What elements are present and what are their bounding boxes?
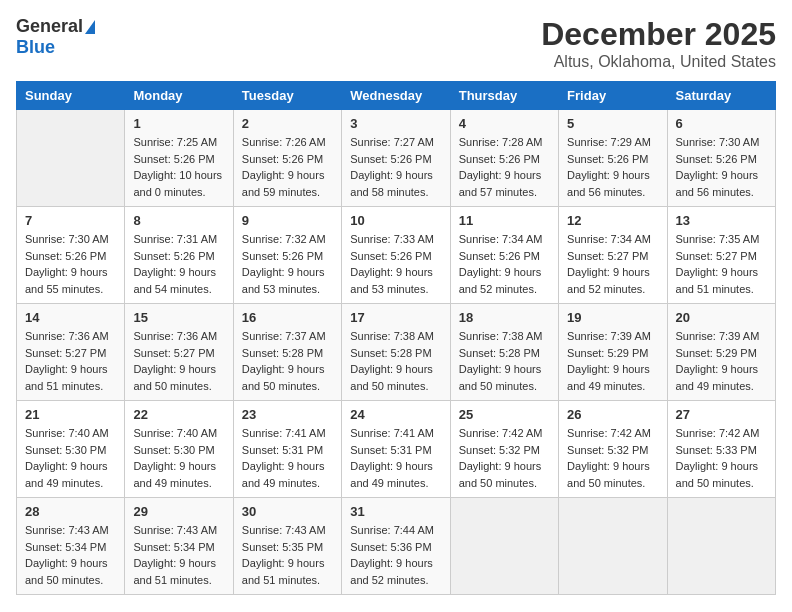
day-number: 20 <box>676 310 767 325</box>
day-number: 19 <box>567 310 658 325</box>
day-number: 28 <box>25 504 116 519</box>
calendar-cell <box>17 110 125 207</box>
day-info: Sunrise: 7:38 AMSunset: 5:28 PMDaylight:… <box>350 328 441 394</box>
calendar-cell: 24Sunrise: 7:41 AMSunset: 5:31 PMDayligh… <box>342 401 450 498</box>
day-info: Sunrise: 7:42 AMSunset: 5:32 PMDaylight:… <box>567 425 658 491</box>
day-number: 26 <box>567 407 658 422</box>
calendar-cell: 11Sunrise: 7:34 AMSunset: 5:26 PMDayligh… <box>450 207 558 304</box>
calendar-cell: 12Sunrise: 7:34 AMSunset: 5:27 PMDayligh… <box>559 207 667 304</box>
calendar-subtitle: Altus, Oklahoma, United States <box>541 53 776 71</box>
day-number: 27 <box>676 407 767 422</box>
day-info: Sunrise: 7:36 AMSunset: 5:27 PMDaylight:… <box>25 328 116 394</box>
calendar-cell: 22Sunrise: 7:40 AMSunset: 5:30 PMDayligh… <box>125 401 233 498</box>
logo: General Blue <box>16 16 95 58</box>
day-number: 6 <box>676 116 767 131</box>
day-number: 25 <box>459 407 550 422</box>
calendar-header-thursday: Thursday <box>450 82 558 110</box>
calendar-cell: 14Sunrise: 7:36 AMSunset: 5:27 PMDayligh… <box>17 304 125 401</box>
calendar-cell: 19Sunrise: 7:39 AMSunset: 5:29 PMDayligh… <box>559 304 667 401</box>
calendar-cell: 16Sunrise: 7:37 AMSunset: 5:28 PMDayligh… <box>233 304 341 401</box>
day-number: 9 <box>242 213 333 228</box>
day-number: 7 <box>25 213 116 228</box>
day-info: Sunrise: 7:38 AMSunset: 5:28 PMDaylight:… <box>459 328 550 394</box>
calendar-cell <box>667 498 775 595</box>
calendar-header-friday: Friday <box>559 82 667 110</box>
calendar-cell: 2Sunrise: 7:26 AMSunset: 5:26 PMDaylight… <box>233 110 341 207</box>
calendar-cell: 21Sunrise: 7:40 AMSunset: 5:30 PMDayligh… <box>17 401 125 498</box>
day-info: Sunrise: 7:28 AMSunset: 5:26 PMDaylight:… <box>459 134 550 200</box>
logo-icon <box>85 20 95 34</box>
day-info: Sunrise: 7:41 AMSunset: 5:31 PMDaylight:… <box>350 425 441 491</box>
day-info: Sunrise: 7:44 AMSunset: 5:36 PMDaylight:… <box>350 522 441 588</box>
day-number: 18 <box>459 310 550 325</box>
day-number: 5 <box>567 116 658 131</box>
day-info: Sunrise: 7:40 AMSunset: 5:30 PMDaylight:… <box>133 425 224 491</box>
day-number: 29 <box>133 504 224 519</box>
calendar-header-monday: Monday <box>125 82 233 110</box>
calendar-cell: 8Sunrise: 7:31 AMSunset: 5:26 PMDaylight… <box>125 207 233 304</box>
calendar-header-sunday: Sunday <box>17 82 125 110</box>
day-number: 15 <box>133 310 224 325</box>
calendar-cell: 25Sunrise: 7:42 AMSunset: 5:32 PMDayligh… <box>450 401 558 498</box>
title-area: December 2025 Altus, Oklahoma, United St… <box>541 16 776 71</box>
calendar-week-row: 1Sunrise: 7:25 AMSunset: 5:26 PMDaylight… <box>17 110 776 207</box>
calendar-cell: 6Sunrise: 7:30 AMSunset: 5:26 PMDaylight… <box>667 110 775 207</box>
day-info: Sunrise: 7:42 AMSunset: 5:32 PMDaylight:… <box>459 425 550 491</box>
day-info: Sunrise: 7:32 AMSunset: 5:26 PMDaylight:… <box>242 231 333 297</box>
day-info: Sunrise: 7:30 AMSunset: 5:26 PMDaylight:… <box>25 231 116 297</box>
calendar-week-row: 14Sunrise: 7:36 AMSunset: 5:27 PMDayligh… <box>17 304 776 401</box>
day-info: Sunrise: 7:37 AMSunset: 5:28 PMDaylight:… <box>242 328 333 394</box>
day-number: 16 <box>242 310 333 325</box>
calendar-cell: 23Sunrise: 7:41 AMSunset: 5:31 PMDayligh… <box>233 401 341 498</box>
day-number: 13 <box>676 213 767 228</box>
day-info: Sunrise: 7:43 AMSunset: 5:34 PMDaylight:… <box>133 522 224 588</box>
day-info: Sunrise: 7:31 AMSunset: 5:26 PMDaylight:… <box>133 231 224 297</box>
day-info: Sunrise: 7:43 AMSunset: 5:34 PMDaylight:… <box>25 522 116 588</box>
day-number: 30 <box>242 504 333 519</box>
calendar-cell: 29Sunrise: 7:43 AMSunset: 5:34 PMDayligh… <box>125 498 233 595</box>
day-info: Sunrise: 7:30 AMSunset: 5:26 PMDaylight:… <box>676 134 767 200</box>
calendar-cell: 27Sunrise: 7:42 AMSunset: 5:33 PMDayligh… <box>667 401 775 498</box>
calendar-cell: 20Sunrise: 7:39 AMSunset: 5:29 PMDayligh… <box>667 304 775 401</box>
day-info: Sunrise: 7:41 AMSunset: 5:31 PMDaylight:… <box>242 425 333 491</box>
calendar-cell <box>559 498 667 595</box>
day-number: 17 <box>350 310 441 325</box>
day-info: Sunrise: 7:43 AMSunset: 5:35 PMDaylight:… <box>242 522 333 588</box>
day-number: 11 <box>459 213 550 228</box>
calendar-cell: 28Sunrise: 7:43 AMSunset: 5:34 PMDayligh… <box>17 498 125 595</box>
calendar-cell <box>450 498 558 595</box>
calendar-cell: 26Sunrise: 7:42 AMSunset: 5:32 PMDayligh… <box>559 401 667 498</box>
calendar-header-row: SundayMondayTuesdayWednesdayThursdayFrid… <box>17 82 776 110</box>
calendar-title: December 2025 <box>541 16 776 53</box>
day-info: Sunrise: 7:36 AMSunset: 5:27 PMDaylight:… <box>133 328 224 394</box>
calendar-week-row: 21Sunrise: 7:40 AMSunset: 5:30 PMDayligh… <box>17 401 776 498</box>
calendar-cell: 18Sunrise: 7:38 AMSunset: 5:28 PMDayligh… <box>450 304 558 401</box>
calendar-week-row: 28Sunrise: 7:43 AMSunset: 5:34 PMDayligh… <box>17 498 776 595</box>
calendar-cell: 30Sunrise: 7:43 AMSunset: 5:35 PMDayligh… <box>233 498 341 595</box>
calendar-cell: 17Sunrise: 7:38 AMSunset: 5:28 PMDayligh… <box>342 304 450 401</box>
header: General Blue December 2025 Altus, Oklaho… <box>16 16 776 71</box>
day-number: 31 <box>350 504 441 519</box>
day-info: Sunrise: 7:27 AMSunset: 5:26 PMDaylight:… <box>350 134 441 200</box>
day-info: Sunrise: 7:34 AMSunset: 5:27 PMDaylight:… <box>567 231 658 297</box>
day-number: 2 <box>242 116 333 131</box>
calendar-cell: 3Sunrise: 7:27 AMSunset: 5:26 PMDaylight… <box>342 110 450 207</box>
day-info: Sunrise: 7:34 AMSunset: 5:26 PMDaylight:… <box>459 231 550 297</box>
calendar-cell: 15Sunrise: 7:36 AMSunset: 5:27 PMDayligh… <box>125 304 233 401</box>
day-info: Sunrise: 7:29 AMSunset: 5:26 PMDaylight:… <box>567 134 658 200</box>
day-number: 8 <box>133 213 224 228</box>
day-info: Sunrise: 7:42 AMSunset: 5:33 PMDaylight:… <box>676 425 767 491</box>
day-info: Sunrise: 7:39 AMSunset: 5:29 PMDaylight:… <box>676 328 767 394</box>
logo-blue-text: Blue <box>16 37 55 58</box>
day-number: 14 <box>25 310 116 325</box>
day-number: 10 <box>350 213 441 228</box>
day-number: 21 <box>25 407 116 422</box>
day-info: Sunrise: 7:25 AMSunset: 5:26 PMDaylight:… <box>133 134 224 200</box>
logo-general-text: General <box>16 16 83 37</box>
day-number: 4 <box>459 116 550 131</box>
calendar-cell: 10Sunrise: 7:33 AMSunset: 5:26 PMDayligh… <box>342 207 450 304</box>
calendar-header-saturday: Saturday <box>667 82 775 110</box>
day-number: 23 <box>242 407 333 422</box>
day-number: 22 <box>133 407 224 422</box>
calendar-table: SundayMondayTuesdayWednesdayThursdayFrid… <box>16 81 776 595</box>
